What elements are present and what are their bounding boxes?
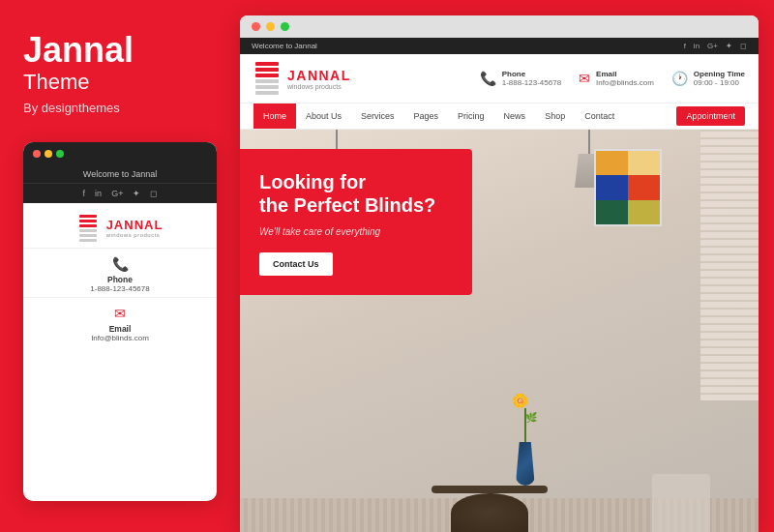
nav-shop[interactable]: Shop — [535, 103, 575, 129]
svg-rect-2 — [79, 224, 97, 227]
right-panel: Welcome to Jannal f in G+ ✦ ◻ — [240, 0, 774, 532]
svg-rect-6 — [255, 62, 279, 66]
mini-logo: JANNAL windows products — [23, 203, 217, 248]
header-phone-value: 1-888-123-45678 — [502, 78, 561, 87]
pendant-cord-left — [336, 130, 338, 149]
nav-contact[interactable]: Contact — [575, 103, 624, 129]
brand-by: By designthemes — [23, 101, 217, 115]
header-opening-item: 🕐 Opening Time 09:00 - 19:00 — [671, 70, 745, 87]
window-blind — [700, 130, 759, 400]
mini-phone-item: 📞 Phone 1-888-123-45678 — [23, 248, 217, 297]
site-header-info: 📞 Phone 1-888-123-45678 ✉ Email Info@bli… — [367, 70, 745, 87]
mini-dot-green — [56, 150, 64, 158]
svg-rect-8 — [255, 74, 279, 77]
header-clock-icon: 🕐 — [671, 71, 688, 86]
nav-appointment-button[interactable]: Appointment — [676, 106, 745, 126]
art-block-3 — [596, 175, 628, 199]
svg-rect-7 — [255, 68, 279, 72]
header-phone-item: 📞 Phone 1-888-123-45678 — [480, 70, 561, 87]
site-welcome-text: Welcome to Jannal — [252, 42, 317, 50]
nav-about[interactable]: About Us — [296, 103, 351, 129]
hero-overlay-card: Looking for the Perfect Blinds? We'll ta… — [240, 149, 472, 295]
browser-dot-green — [281, 22, 289, 31]
flower-leaf: 🌿 — [525, 412, 537, 423]
nav-home[interactable]: Home — [253, 103, 296, 129]
art-block-6 — [628, 200, 660, 224]
hero-contact-button[interactable]: Contact Us — [259, 252, 333, 276]
nav-pricing[interactable]: Pricing — [448, 103, 494, 129]
google-plus-icon: G+ — [707, 42, 718, 50]
linkedin-icon: in — [694, 42, 700, 50]
svg-rect-9 — [255, 79, 279, 83]
svg-rect-10 — [255, 85, 279, 89]
ceiling-cord-right — [588, 130, 590, 154]
art-block-5 — [596, 200, 628, 224]
art-block-1 — [596, 151, 628, 175]
mini-welcome-bar: Welcome to Jannal — [23, 165, 217, 184]
table-surface — [432, 486, 548, 493]
mini-dot-yellow — [45, 150, 52, 158]
header-email-label: Email — [596, 70, 654, 78]
nav-pages[interactable]: Pages — [404, 103, 449, 129]
browser-dot-red — [252, 22, 260, 31]
hero-heading: Looking for the Perfect Blinds? — [259, 170, 453, 217]
mini-email-item: ✉ Email Info@blinds.com — [23, 297, 217, 346]
header-email-value: Info@blinds.com — [596, 78, 654, 87]
mini-window-controls — [33, 150, 64, 158]
table-base — [451, 493, 528, 532]
mini-phone-label: Phone — [107, 275, 133, 284]
vase-container: 🌼 🌿 — [516, 442, 535, 486]
site-header: JANNAL windows products 📞 Phone 1-888-12… — [240, 54, 759, 103]
svg-rect-4 — [79, 234, 97, 237]
site-logo-text-block: JANNAL windows products — [287, 68, 351, 90]
header-email-icon: ✉ — [579, 71, 590, 86]
browser-dot-yellow — [266, 22, 275, 31]
hero-heading-line2: the Perfect Blinds? — [259, 194, 435, 216]
mini-email-value: Info@blinds.com — [91, 334, 149, 342]
site-brand-name: JANNAL — [287, 68, 351, 83]
svg-rect-5 — [79, 239, 97, 242]
mini-linkedin-icon: in — [95, 189, 102, 198]
svg-rect-11 — [255, 91, 279, 95]
hero-subtext: We'll take care of everything — [259, 226, 453, 237]
header-phone-label: Phone — [502, 70, 561, 78]
header-opening-label: Opening Time — [694, 70, 745, 78]
facebook-icon: f — [684, 42, 686, 50]
flower-head: 🌼 — [512, 393, 528, 408]
hero-heading-line1: Looking for — [259, 171, 366, 192]
nav-news[interactable]: News — [494, 103, 536, 129]
browser-window: Welcome to Jannal f in G+ ✦ ◻ — [240, 15, 759, 532]
browser-titlebar — [240, 15, 759, 38]
svg-rect-3 — [79, 229, 97, 232]
site-nav: Home About Us Services Pages Pricing New… — [240, 103, 759, 130]
twitter-icon: ✦ — [726, 42, 732, 50]
mini-logo-svg-icon — [77, 215, 99, 242]
coffee-table — [298, 455, 681, 532]
wall-art — [594, 149, 662, 226]
header-opening-text: Opening Time 09:00 - 19:00 — [694, 70, 745, 87]
mini-mockup: Welcome to Jannal f in G+ ✦ ◻ JANNAL win… — [23, 142, 217, 501]
mini-email-icon: ✉ — [114, 306, 126, 321]
mini-brand-tagline: windows products — [106, 232, 164, 238]
header-opening-value: 09:00 - 19:00 — [694, 78, 745, 87]
mini-phone-icon: 📞 — [112, 256, 129, 272]
mini-twitter-icon: ✦ — [133, 189, 140, 198]
mini-facebook-icon: f — [83, 189, 86, 198]
site-social-icons: f in G+ ✦ ◻ — [684, 42, 747, 50]
left-panel: Jannal Theme By designthemes Welcome to … — [0, 0, 240, 532]
art-block-2 — [628, 151, 660, 175]
site-logo: JANNAL windows products — [253, 62, 351, 95]
mini-email-label: Email — [109, 324, 132, 334]
svg-rect-1 — [79, 220, 97, 222]
mini-instagram-icon: ◻ — [150, 189, 157, 198]
mini-dot-red — [33, 150, 41, 158]
nav-services[interactable]: Services — [351, 103, 404, 129]
mini-logo-text: JANNAL windows products — [106, 218, 164, 238]
mini-social-bar: f in G+ ✦ ◻ — [23, 184, 217, 203]
site-topbar: Welcome to Jannal f in G+ ✦ ◻ — [240, 38, 759, 54]
instagram-icon: ◻ — [740, 42, 747, 50]
header-phone-text: Phone 1-888-123-45678 — [502, 70, 561, 87]
mini-titlebar — [23, 142, 217, 165]
site-logo-icon — [253, 62, 281, 95]
art-block-4 — [628, 175, 660, 199]
